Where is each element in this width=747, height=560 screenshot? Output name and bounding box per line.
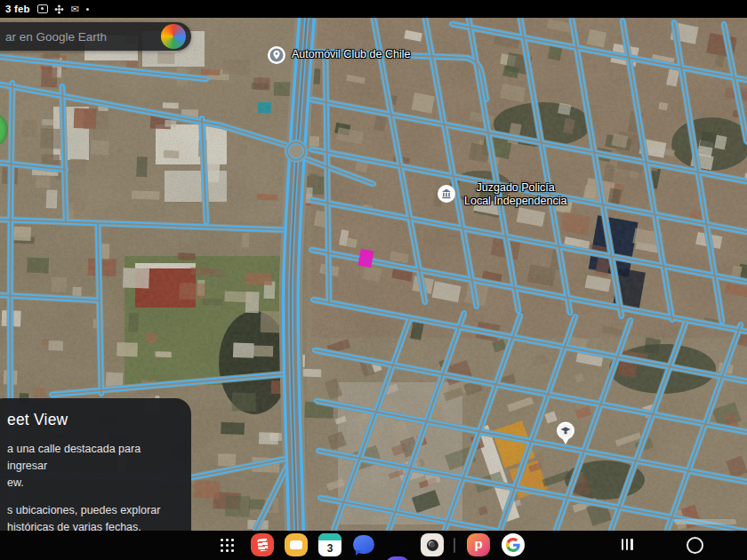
mail-icon: ✉ [71,4,79,13]
poi-label: Automóvil Club de Chile [292,48,410,61]
calendar-header [318,533,341,540]
google-g-icon [506,538,520,552]
p-app-icon[interactable]: p [467,533,490,556]
poi-school-pin[interactable] [556,421,575,445]
photos-flower-icon [55,4,64,13]
notes-app-icon[interactable] [251,533,274,556]
poi-label-line1: Juzgado Policía [477,181,555,194]
search-input-text: ar en Google Earth [5,30,161,44]
recents-icon[interactable] [622,539,634,550]
messages-app-icon[interactable] [352,533,375,556]
calendar-app-icon[interactable]: 3 [318,533,341,556]
home-icon[interactable] [687,537,703,554]
notification-dot [86,8,89,11]
panel-paragraph1-line1: a una calle destacada para ingresar [7,443,141,472]
profile-avatar[interactable] [161,24,186,49]
map-attribution [674,519,736,524]
school-pin-icon [556,421,575,445]
poi-automovil-club[interactable]: Automóvil Club de Chile [267,45,410,65]
poi-label-line2: Local Independencia [464,195,566,207]
app-drawer-icon[interactable] [221,539,234,552]
status-date: 3 feb [5,4,30,14]
screenshot-icon [37,4,48,13]
gallery-app-icon[interactable] [285,533,308,556]
panel-paragraph2-line1: s ubicaciones, puedes explorar [7,504,160,516]
poi-juzgado[interactable]: Juzgado Policía Local Independencia [437,184,566,208]
calendar-day: 3 [318,540,341,556]
courthouse-pin-icon [437,184,456,204]
taskbar-divider [454,538,455,553]
google-app-icon[interactable] [502,533,525,556]
status-bar: 3 feb ✉ [0,0,747,18]
panel-title: eet View [7,411,181,429]
camera-app-icon[interactable] [421,533,444,556]
internet-app-icon[interactable] [386,556,409,560]
tablet-screen: 3 feb ✉ ar en Google Earth Automóvil Clu… [0,0,747,560]
place-pin-icon [267,45,286,65]
search-bar[interactable]: ar en Google Earth [0,22,191,51]
street-view-panel: eet View a una calle destacada para ingr… [0,398,191,549]
panel-paragraph1-line2: ew. [7,476,24,489]
